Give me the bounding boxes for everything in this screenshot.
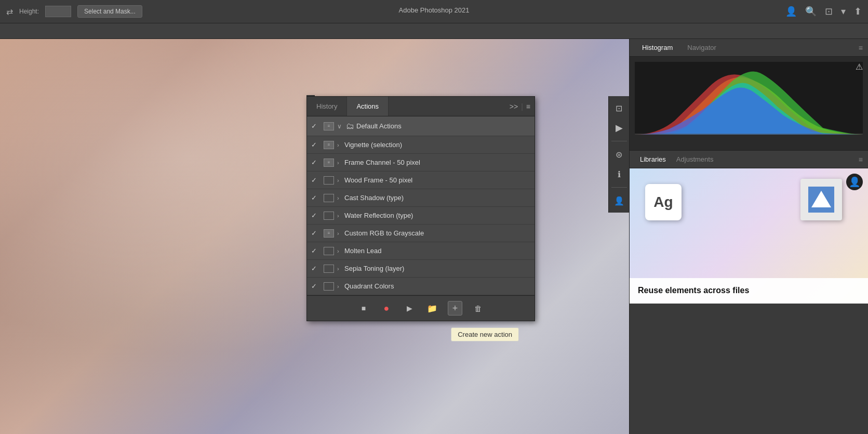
swap-icon: ⇄ bbox=[6, 7, 13, 17]
action-item-custom-rgb[interactable]: ✓ ≡ › Custom RGB to Grayscale bbox=[307, 225, 535, 242]
libraries-tabs: Libraries Adjustments ≡ bbox=[630, 151, 868, 168]
info-icon[interactable]: ℹ bbox=[610, 165, 628, 183]
account-icon[interactable]: 👤 bbox=[785, 6, 797, 17]
create-new-action-button[interactable]: + bbox=[448, 301, 462, 315]
action-item-sepia[interactable]: ✓ › Sepia Toning (layer) bbox=[307, 260, 535, 278]
action-item-quadrant[interactable]: ✓ › Quadrant Colors bbox=[307, 278, 535, 295]
group-icon: ≡ bbox=[324, 122, 334, 130]
height-label: Height: bbox=[19, 8, 39, 15]
tab-histogram[interactable]: Histogram bbox=[635, 39, 680, 56]
item-chevron: › bbox=[337, 213, 344, 219]
height-input[interactable] bbox=[45, 6, 71, 17]
item-icon-wood bbox=[324, 176, 334, 185]
item-chevron: › bbox=[337, 266, 344, 272]
libraries-menu-icon[interactable]: ≡ bbox=[859, 155, 863, 164]
top-right-icons: 👤 🔍 ⊡ ▾ ⬆ bbox=[785, 6, 862, 17]
panel-tabs: History Actions >> | ≡ bbox=[307, 97, 535, 116]
item-chevron: › bbox=[337, 248, 344, 254]
folder-icon: 🗂 bbox=[346, 122, 354, 131]
top-bar: ⇄ Height: Select and Mask... Adobe Photo… bbox=[0, 0, 868, 23]
stop-button[interactable]: ■ bbox=[356, 301, 371, 315]
item-icon-water bbox=[324, 212, 334, 220]
panel-tab-extras: >> | ≡ bbox=[510, 102, 535, 111]
select-mask-button[interactable]: Select and Mask... bbox=[77, 5, 142, 18]
expand-icon[interactable]: >> bbox=[510, 102, 518, 111]
chevron-down-icon[interactable]: ▾ bbox=[841, 6, 846, 17]
libraries-panel: Libraries Adjustments ≡ Ag bbox=[630, 151, 868, 434]
item-chevron: › bbox=[337, 177, 344, 183]
triangle-svg bbox=[808, 187, 834, 213]
item-icon-frame: ≡ bbox=[324, 159, 334, 167]
second-bar bbox=[0, 23, 868, 39]
item-icon-rgb: ≡ bbox=[324, 229, 334, 238]
action-group-default[interactable]: ✓ ≡ ∨ 🗂 Default Actions bbox=[307, 116, 535, 136]
workspace-icon[interactable]: ⊡ bbox=[825, 6, 833, 17]
warning-icon: ⚠ bbox=[856, 62, 863, 72]
user-add-button[interactable]: 👤 bbox=[846, 174, 863, 190]
item-icon-molten bbox=[324, 247, 334, 255]
tab-actions[interactable]: Actions bbox=[347, 97, 389, 116]
collapse-chevron: ∨ bbox=[337, 123, 342, 130]
histogram-area: ⚠ bbox=[630, 57, 868, 150]
libraries-content: Ag 👤 Reuse elements across files bbox=[630, 168, 868, 304]
ag-icon: Ag bbox=[645, 184, 682, 220]
item-icon-quadrant bbox=[324, 282, 334, 291]
histogram-navigator-panel: Histogram Navigator ≡ ⚠ bbox=[630, 39, 868, 151]
folder-button[interactable]: 📁 bbox=[425, 301, 439, 315]
share-icon[interactable]: ⬆ bbox=[854, 6, 862, 17]
side-divider-2 bbox=[611, 187, 627, 188]
sliders-icon[interactable]: ⊜ bbox=[610, 146, 628, 163]
panel-toggle-icon[interactable]: ⊡ bbox=[610, 99, 628, 117]
item-chevron: › bbox=[337, 230, 344, 236]
histogram-menu-icon[interactable]: ≡ bbox=[859, 44, 863, 52]
actions-panel: History Actions >> | ≡ ✓ ≡ ∨ 🗂 Default A… bbox=[306, 96, 535, 321]
histogram-tabs: Histogram Navigator ≡ bbox=[630, 39, 868, 57]
panel-menu-icon[interactable]: ≡ bbox=[526, 102, 530, 111]
side-divider bbox=[611, 141, 627, 141]
actions-list: ✓ ≡ ∨ 🗂 Default Actions ✓ ≡ › Vignette (… bbox=[307, 116, 535, 295]
tab-libraries[interactable]: Libraries bbox=[635, 151, 671, 168]
record-button[interactable]: ● bbox=[379, 301, 394, 315]
group-checkmark: ✓ bbox=[311, 122, 321, 130]
right-panel: Histogram Navigator ≡ ⚠ bbox=[629, 39, 868, 434]
item-chevron: › bbox=[337, 195, 344, 201]
action-item-molten-lead[interactable]: ✓ › Molten Lead bbox=[307, 242, 535, 260]
action-item-vignette[interactable]: ✓ ≡ › Vignette (selection) bbox=[307, 136, 535, 154]
item-icon-cast bbox=[324, 194, 334, 202]
create-new-action-tooltip: Create new action bbox=[451, 327, 519, 341]
actions-bottom-toolbar: ■ ● ▶ 📁 + 🗑 Create new action bbox=[307, 295, 535, 321]
triangle-icon bbox=[800, 179, 842, 220]
action-item-water-reflection[interactable]: ✓ › Water Reflection (type) bbox=[307, 207, 535, 225]
tab-navigator[interactable]: Navigator bbox=[680, 39, 724, 56]
libraries-promo-card: Reuse elements across files bbox=[630, 278, 868, 304]
item-chevron: › bbox=[337, 142, 344, 148]
play-panel-icon[interactable]: ▶ bbox=[610, 119, 628, 137]
side-icons-strip: ⊡ ▶ ⊜ ℹ 👤 bbox=[608, 96, 629, 213]
item-chevron: › bbox=[337, 283, 344, 290]
app-title: Adobe Photoshop 2021 bbox=[399, 6, 470, 14]
item-icon-vignette: ≡ bbox=[324, 141, 334, 149]
person-icon[interactable]: 👤 bbox=[610, 192, 628, 209]
tab-adjustments[interactable]: Adjustments bbox=[671, 151, 719, 168]
search-icon[interactable]: 🔍 bbox=[805, 6, 817, 17]
item-icon-sepia bbox=[324, 265, 334, 273]
action-item-cast-shadow[interactable]: ✓ › Cast Shadow (type) bbox=[307, 189, 535, 207]
play-button[interactable]: ▶ bbox=[402, 301, 417, 315]
delete-button[interactable]: 🗑 bbox=[471, 301, 485, 315]
tab-history[interactable]: History bbox=[307, 97, 347, 116]
action-item-wood-frame[interactable]: ✓ › Wood Frame - 50 pixel bbox=[307, 172, 535, 189]
item-chevron: › bbox=[337, 160, 344, 166]
histogram-chart bbox=[635, 62, 863, 135]
main-area: « History Actions >> | ≡ ✓ ≡ ∨ 🗂 bbox=[0, 39, 868, 434]
action-item-frame-channel[interactable]: ✓ ≡ › Frame Channel - 50 pixel bbox=[307, 154, 535, 172]
